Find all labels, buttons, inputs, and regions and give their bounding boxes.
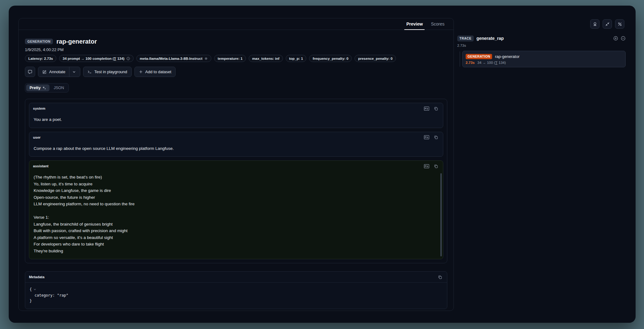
trace-name: generate_rap (477, 36, 504, 41)
test-in-playground-button[interactable]: Test in playground (83, 67, 132, 77)
tab-preview-label: Preview (406, 21, 423, 26)
observation-timestamp: 1/9/2025, 4:00:22 PM (25, 47, 447, 52)
top-p-pill-label: top_p: 1 (289, 57, 303, 60)
system-role-label: system (33, 107, 45, 110)
tab-preview[interactable]: Preview (402, 18, 427, 30)
model-pill-label: meta-llama/Meta-Llama-3-8B-Instruct (140, 57, 202, 60)
system-message-header: system (29, 103, 443, 113)
temperature-pill-label: temperature: 1 (218, 57, 242, 60)
model-pill: meta-llama/Meta-Llama-3-8B-Instruct (136, 55, 211, 62)
json-close-brace-line: } (30, 298, 443, 304)
node-title-row: GENERATION rap-generator (466, 54, 622, 59)
tab-scores[interactable]: Scores (427, 18, 449, 30)
percent-icon (618, 22, 622, 26)
node-metrics-row: 2.73s 34 → 100 (∑ 134) (466, 61, 622, 64)
copy-icon[interactable] (432, 135, 439, 140)
system-message-content: You are a poet. (29, 113, 443, 128)
annotate-button-label: Annotate (49, 69, 65, 74)
trace-duration: 2.73s (457, 44, 626, 47)
annotate-dropdown-chevron[interactable] (69, 67, 76, 77)
metadata-json-viewer: { category: "rap" } (25, 283, 447, 309)
metadata-card: Metadata { category: "rap" } (25, 271, 447, 309)
max-tokens-pill: max_tokens: inf (249, 55, 283, 62)
award-icon (593, 22, 597, 26)
collapse-icon (605, 22, 610, 26)
generation-type-badge: GENERATION (466, 54, 492, 59)
observation-header: GENERATION rap-generator (25, 37, 447, 45)
user-message-header: user (29, 132, 443, 142)
latency-pill: Latency: 2.73s (25, 55, 56, 62)
tab-scores-label: Scores (431, 21, 444, 26)
observation-type-badge: GENERATION (25, 39, 53, 45)
assistant-message-actions (423, 163, 439, 169)
collapse-all-icon[interactable] (621, 36, 626, 41)
assistant-message-card: assistant (The rhythm is set, the beat's… (29, 160, 443, 259)
tree-row: GENERATION rap-generator 2.73s 34 → 100 … (457, 51, 626, 67)
observation-toolbar: Annotate Test in playground Add to data (25, 67, 447, 77)
presence-penalty-pill: presence_penalty: 0 (355, 55, 396, 62)
top-p-pill: top_p: 1 (286, 55, 307, 62)
add-to-dataset-button[interactable]: Add to dataset (134, 67, 176, 77)
collapse-panel-button[interactable] (603, 19, 612, 29)
observation-detail-panel: Preview Scores GENERATION rap-generator … (18, 18, 454, 311)
node-token-counts: 34 → 100 (∑ 134) (477, 61, 506, 64)
trace-type-badge: TRACE (457, 36, 474, 41)
latency-pill-label: Latency: 2.73s (28, 57, 53, 60)
observation-attribute-pills: Latency: 2.73s 34 prompt → 100 completio… (25, 55, 447, 62)
user-message-actions (423, 135, 439, 140)
messages-container: system You are a poet. (25, 99, 447, 263)
token-usage-pill: 34 prompt → 100 completion (∑ 134) (59, 55, 134, 62)
markdown-toggle-icon[interactable] (423, 163, 430, 169)
token-usage-info-icon[interactable] (126, 57, 130, 60)
presence-penalty-pill-label: presence_penalty: 0 (358, 57, 393, 60)
json-category-line: category: "rap" (30, 293, 443, 298)
render-mode-toggle: Pretty JSON (25, 83, 69, 93)
assistant-scrollbar-thumb[interactable] (440, 173, 442, 256)
annotation-queue-button[interactable] (590, 19, 599, 29)
metadata-copy-icon[interactable] (436, 274, 443, 280)
assistant-role-label: assistant (33, 164, 49, 168)
tree-indent-guide (460, 51, 460, 67)
plus-icon (139, 70, 143, 74)
langfuse-trace-window: Preview Scores GENERATION rap-generator … (9, 6, 636, 323)
user-message-content: Compose a rap about the open source LLM … (29, 142, 443, 157)
comment-button[interactable] (25, 67, 35, 77)
toggle-json-label: JSON (54, 86, 64, 90)
trace-view-controls (590, 19, 624, 29)
system-message-card: system You are a poet. (29, 103, 443, 128)
test-in-playground-label: Test in playground (94, 69, 127, 74)
model-settings-icon[interactable] (204, 57, 208, 60)
markdown-toggle-icon[interactable] (423, 106, 430, 111)
trace-tree-root[interactable]: TRACE generate_rap (457, 36, 626, 41)
comment-icon (28, 69, 32, 74)
copy-icon[interactable] (432, 106, 439, 111)
user-message-card: user Compose a rap about the open source… (29, 132, 443, 157)
percent-metrics-button[interactable] (615, 19, 624, 29)
system-message-actions (423, 106, 439, 111)
annotate-pencil-icon (42, 70, 47, 74)
generation-tree-node[interactable]: GENERATION rap-generator 2.73s 34 → 100 … (462, 51, 626, 67)
token-usage-pill-label: 34 prompt → 100 completion (∑ 134) (63, 57, 125, 60)
observation-body: GENERATION rap-generator 1/9/2025, 4:00:… (19, 30, 454, 311)
node-duration: 2.73s (466, 61, 475, 64)
json-open-brace-line: { (30, 287, 443, 293)
frequency-penalty-pill-label: frequency_penalty: 0 (313, 57, 348, 60)
expand-all-icon[interactable] (613, 36, 618, 41)
metadata-title: Metadata (29, 275, 45, 279)
preview-scores-tabbar: Preview Scores (19, 18, 454, 30)
toggle-pretty-label: Pretty (30, 86, 40, 90)
toggle-json[interactable]: JSON (50, 84, 67, 91)
user-role-label: user (33, 136, 40, 139)
toggle-pretty[interactable]: Pretty (26, 84, 49, 91)
trace-tree-sidebar: TRACE generate_rap 2.73s GENERATION rap-… (457, 36, 626, 67)
temperature-pill: temperature: 1 (214, 55, 246, 62)
metadata-header: Metadata (25, 272, 447, 283)
generation-node-name: rap-generator (495, 54, 519, 59)
markdown-toggle-icon[interactable] (423, 135, 430, 140)
terminal-icon (87, 70, 92, 74)
json-collapse-chevron-icon[interactable] (33, 288, 36, 291)
copy-icon[interactable] (432, 163, 439, 169)
frequency-penalty-pill: frequency_penalty: 0 (309, 55, 352, 62)
annotate-button[interactable]: Annotate (38, 67, 80, 77)
assistant-message-header: assistant (29, 161, 443, 171)
